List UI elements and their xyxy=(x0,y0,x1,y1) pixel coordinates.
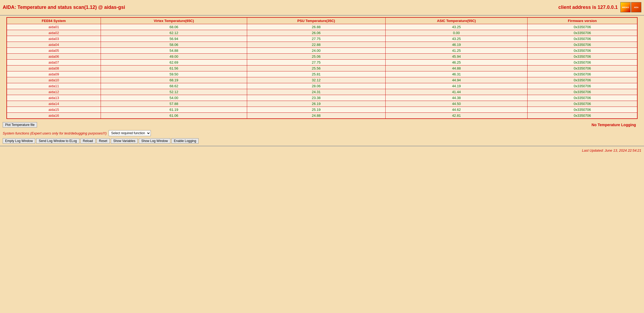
data-cell: 0x3350706 xyxy=(528,107,637,113)
data-cell: 43.25 xyxy=(385,24,528,30)
system-name-cell: aida09 xyxy=(7,71,101,77)
table-column-header: Virtex Temperature(65C) xyxy=(101,17,247,24)
table-column-header: ASIC Temperature(55C) xyxy=(385,17,528,24)
table-row: aida0762.6927.7546.250x3350706 xyxy=(7,60,637,65)
reset-button[interactable]: Reset xyxy=(97,138,110,144)
system-name-cell: aida06 xyxy=(7,54,101,60)
data-cell: 44.88 xyxy=(385,65,528,71)
data-cell: 0x3350706 xyxy=(528,54,637,60)
data-cell: 23.38 xyxy=(247,95,385,101)
system-name-cell: aida13 xyxy=(7,95,101,101)
data-cell: 57.88 xyxy=(101,101,247,107)
table-column-header: FEE64 System xyxy=(7,17,101,24)
data-cell: 41.44 xyxy=(385,89,528,95)
data-cell: 68.19 xyxy=(101,77,247,83)
send-log-button[interactable]: Send Log Window to ELog xyxy=(36,138,79,144)
data-cell: 54.88 xyxy=(101,48,247,54)
table-row: aida1561.1925.1944.620x3350706 xyxy=(7,107,637,113)
data-cell: 43.25 xyxy=(385,36,528,42)
enable-logging-button[interactable]: Enable Logging xyxy=(171,138,199,144)
data-cell: 24.31 xyxy=(247,89,385,95)
table-row: aida1168.6228.0644.190x3350706 xyxy=(7,83,637,89)
data-cell: 27.75 xyxy=(247,36,385,42)
show-variables-button[interactable]: Show Variables xyxy=(111,138,138,144)
system-name-cell: aida08 xyxy=(7,65,101,71)
midas-logo: MIDAS xyxy=(620,2,631,12)
data-cell: 0x3350706 xyxy=(528,83,637,89)
data-cell: 0.00 xyxy=(385,30,528,36)
data-cell: 24.00 xyxy=(247,48,385,54)
data-cell: 45.94 xyxy=(385,54,528,60)
table-row: aida0458.0622.8846.190x3350706 xyxy=(7,42,637,48)
show-log-button[interactable]: Show Log Window xyxy=(139,138,170,144)
aida-logo: AIDA xyxy=(631,2,641,12)
data-cell: 46.25 xyxy=(385,60,528,65)
data-cell: 68.62 xyxy=(101,83,247,89)
data-cell: 59.50 xyxy=(101,71,247,77)
data-cell: 44.19 xyxy=(385,83,528,89)
system-name-cell: aida15 xyxy=(7,107,101,113)
plot-temperature-button[interactable]: Plot Temperature file xyxy=(3,122,37,128)
table-column-header: Firmware version xyxy=(528,17,637,24)
table-row: aida0649.0025.0645.940x3350706 xyxy=(7,54,637,60)
data-cell: 0x3350706 xyxy=(528,101,637,107)
table-row: aida0356.9427.7543.250x3350706 xyxy=(7,36,637,42)
data-cell: 0x3350706 xyxy=(528,113,637,119)
data-cell: 0x3350706 xyxy=(528,60,637,65)
table-row: aida1068.1932.1244.940x3350706 xyxy=(7,77,637,83)
data-cell: 56.94 xyxy=(101,36,247,42)
table-row: aida0861.5625.5644.880x3350706 xyxy=(7,65,637,71)
system-name-cell: aida12 xyxy=(7,89,101,95)
data-cell: 62.69 xyxy=(101,60,247,65)
table-header: FEE64 SystemVirtex Temperature(65C)PSU T… xyxy=(7,17,637,24)
data-cell: 52.12 xyxy=(101,89,247,95)
data-cell: 41.25 xyxy=(385,48,528,54)
data-cell: 44.94 xyxy=(385,77,528,83)
data-cell: 61.06 xyxy=(101,113,247,119)
bottom-divider xyxy=(0,146,644,146)
data-cell: 26.06 xyxy=(247,30,385,36)
table-row: aida1457.8826.1944.500x3350706 xyxy=(7,101,637,107)
top-divider xyxy=(0,15,644,16)
data-cell: 0x3350706 xyxy=(528,65,637,71)
data-cell: 44.62 xyxy=(385,107,528,113)
last-updated-label: Last Updated: June 13, 2024 22:54:21 xyxy=(0,147,644,154)
data-cell: 0x3350706 xyxy=(528,36,637,42)
system-name-cell: aida16 xyxy=(7,113,101,119)
system-name-cell: aida07 xyxy=(7,60,101,65)
data-cell: 0x3350706 xyxy=(528,30,637,36)
data-cell: 0x3350706 xyxy=(528,71,637,77)
table-row: aida0168.0626.8843.250x3350706 xyxy=(7,24,637,30)
data-cell: 0x3350706 xyxy=(528,48,637,54)
system-functions-label: System functions (Expert users only for … xyxy=(3,131,107,135)
data-cell: 44.38 xyxy=(385,95,528,101)
data-cell: 58.06 xyxy=(101,42,247,48)
data-cell: 32.12 xyxy=(247,77,385,83)
data-cell: 26.88 xyxy=(247,24,385,30)
table-row: aida0554.8824.0041.250x3350706 xyxy=(7,48,637,54)
data-cell: 28.06 xyxy=(247,83,385,89)
data-cell: 0x3350706 xyxy=(528,95,637,101)
table-row: aida1252.1224.3141.440x3350706 xyxy=(7,89,637,95)
system-name-cell: aida02 xyxy=(7,30,101,36)
table-row: aida1354.0023.3844.380x3350706 xyxy=(7,95,637,101)
data-cell: 68.06 xyxy=(101,24,247,30)
system-name-cell: aida10 xyxy=(7,77,101,83)
empty-log-button[interactable]: Empty Log Window xyxy=(3,138,35,144)
data-cell: 46.31 xyxy=(385,71,528,77)
table-row: aida0262.1226.060.000x3350706 xyxy=(7,30,637,36)
table-body: aida0168.0626.8843.250x3350706aida0262.1… xyxy=(7,24,637,119)
table-column-header: PSU Temperature(35C) xyxy=(247,17,385,24)
temperature-table: FEE64 SystemVirtex Temperature(65C)PSU T… xyxy=(6,17,638,119)
data-cell: 54.00 xyxy=(101,95,247,101)
data-cell: 62.12 xyxy=(101,30,247,36)
data-cell: 49.00 xyxy=(101,54,247,60)
reload-button[interactable]: Reload xyxy=(80,138,96,144)
system-name-cell: aida11 xyxy=(7,83,101,89)
system-name-cell: aida04 xyxy=(7,42,101,48)
select-function-dropdown[interactable]: Select required function xyxy=(109,130,151,136)
data-cell: 44.50 xyxy=(385,101,528,107)
system-name-cell: aida14 xyxy=(7,101,101,107)
data-cell: 42.81 xyxy=(385,113,528,119)
data-cell: 46.19 xyxy=(385,42,528,48)
